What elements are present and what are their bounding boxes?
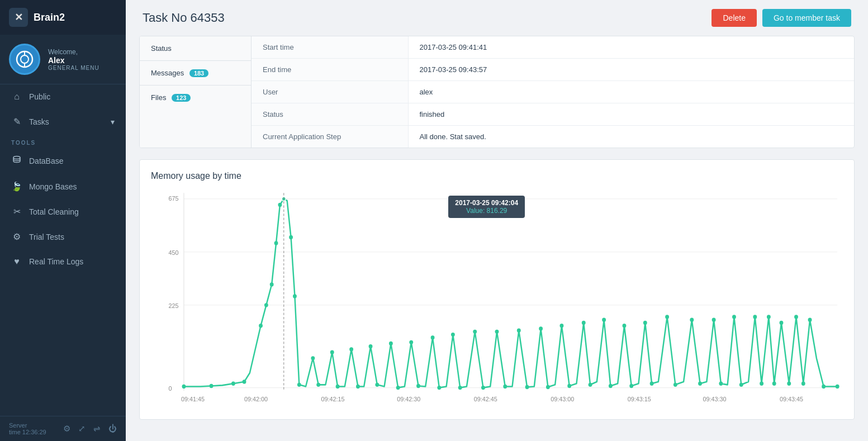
svg-text:09:42:30: 09:42:30	[397, 396, 420, 402]
svg-point-1	[21, 55, 29, 63]
svg-point-82	[780, 321, 784, 325]
svg-text:09:43:15: 09:43:15	[628, 396, 651, 402]
svg-point-43	[375, 383, 379, 387]
sidebar-item-logs[interactable]: ♥ Real Time Logs	[0, 249, 126, 274]
svg-point-40	[349, 347, 353, 351]
val-start-time: 2017-03-25 09:41:41	[408, 36, 854, 59]
app-logo[interactable]: ✕	[9, 8, 28, 27]
svg-text:09:43:30: 09:43:30	[703, 396, 726, 402]
svg-point-74	[712, 318, 716, 322]
svg-point-47	[416, 384, 420, 388]
svg-point-77	[739, 383, 743, 387]
val-end-time: 2017-03-25 09:43:57	[408, 59, 854, 81]
svg-point-36	[311, 356, 315, 360]
page-title: Task No 64353	[143, 11, 225, 25]
svg-point-75	[719, 382, 723, 386]
status-nav-item[interactable]: Status	[140, 36, 251, 61]
svg-point-31	[278, 203, 282, 207]
svg-point-58	[539, 326, 543, 330]
sidebar-item-label: Public	[29, 92, 50, 101]
delete-button[interactable]: Delete	[712, 9, 756, 27]
sidebar-item-cleaning[interactable]: ✂ Total Cleaning	[0, 199, 126, 224]
footer-icons: ⚙ ⤢ ⇌ ⏻	[63, 424, 117, 434]
svg-point-56	[517, 329, 521, 333]
app-title: Brain2	[34, 12, 65, 23]
svg-point-67	[629, 384, 633, 388]
svg-point-42	[369, 344, 373, 348]
server-time-text: Server time 12:36:29	[9, 422, 63, 435]
svg-point-73	[698, 382, 702, 386]
profile-section: Welcome, Alex GENERAL MENU	[0, 35, 126, 84]
table-row: Start time 2017-03-25 09:41:41	[252, 36, 854, 59]
svg-point-24	[210, 384, 214, 388]
power-icon[interactable]: ⏻	[108, 424, 117, 434]
mongo-icon: 🍃	[11, 181, 22, 192]
svg-point-38	[330, 350, 334, 354]
messages-badge: 183	[189, 69, 208, 77]
svg-text:09:42:00: 09:42:00	[244, 396, 268, 402]
svg-point-64	[602, 318, 606, 322]
files-nav-item[interactable]: Files 123	[140, 86, 251, 110]
sidebar-item-trial[interactable]: ⚙ Trial Tests	[0, 224, 126, 249]
svg-point-66	[623, 324, 627, 328]
settings-icon[interactable]: ⚙	[63, 424, 70, 434]
svg-point-86	[808, 318, 812, 322]
table-row: End time 2017-03-25 09:43:57	[252, 59, 854, 81]
chart-title: Memory usage by time	[151, 171, 843, 181]
svg-point-28	[264, 303, 268, 307]
svg-point-49	[437, 386, 441, 390]
logs-icon: ♥	[11, 257, 22, 267]
sidebar: ✕ Brain2 Welcome, Alex GENERAL MENU ⌂ Pu…	[0, 0, 126, 441]
svg-point-41	[356, 385, 360, 388]
svg-point-60	[560, 324, 564, 328]
svg-point-65	[609, 384, 613, 388]
svg-text:675: 675	[168, 195, 178, 202]
svg-point-61	[567, 384, 571, 388]
messages-nav-item[interactable]: Messages 183	[140, 61, 251, 86]
member-task-button[interactable]: Go to member task	[762, 9, 851, 27]
database-icon	[11, 155, 22, 167]
svg-point-52	[473, 330, 477, 334]
sidebar-item-database[interactable]: DataBase	[0, 148, 126, 174]
top-buttons: Delete Go to member task	[712, 9, 851, 27]
svg-point-59	[546, 385, 550, 389]
svg-point-44	[389, 342, 393, 345]
swap-icon[interactable]: ⇌	[93, 424, 101, 434]
svg-text:09:43:00: 09:43:00	[551, 396, 574, 402]
val-app-step: All done. Stat saved.	[408, 126, 854, 148]
chevron-icon: ▾	[111, 117, 115, 126]
sidebar-header: ✕ Brain2	[0, 0, 126, 35]
svg-point-76	[732, 315, 736, 319]
sidebar-item-mongo[interactable]: 🍃 Mongo Bases	[0, 174, 126, 199]
key-end-time: End time	[252, 59, 408, 81]
svg-point-45	[396, 386, 400, 390]
val-user: alex	[408, 81, 854, 103]
welcome-label: Welcome,	[48, 48, 99, 56]
info-card: Status Messages 183 Files 123 Start time…	[139, 36, 855, 148]
svg-point-72	[690, 318, 694, 322]
role-label: GENERAL MENU	[48, 65, 99, 71]
info-left-panel: Status Messages 183 Files 123	[140, 36, 252, 148]
profile-text: Welcome, Alex GENERAL MENU	[48, 48, 99, 71]
expand-icon[interactable]: ⤢	[78, 424, 86, 434]
table-row: Current Application Step All done. Stat …	[252, 126, 854, 148]
sidebar-item-public[interactable]: ⌂ Public	[0, 84, 126, 109]
svg-point-33	[289, 235, 293, 239]
svg-text:450: 450	[168, 249, 178, 256]
svg-point-23	[182, 385, 186, 388]
svg-point-51	[458, 386, 462, 390]
key-user: User	[252, 81, 408, 103]
table-row: Status finished	[252, 103, 854, 126]
key-start-time: Start time	[252, 36, 408, 59]
svg-point-35	[297, 383, 301, 387]
sidebar-item-tasks[interactable]: ✎ Tasks ▾	[0, 109, 126, 134]
svg-point-85	[801, 382, 805, 386]
svg-point-70	[665, 315, 669, 319]
svg-point-55	[503, 385, 507, 388]
svg-point-79	[760, 382, 763, 386]
svg-point-50	[451, 333, 455, 336]
svg-point-78	[753, 315, 757, 319]
svg-point-27	[259, 324, 263, 328]
svg-point-62	[582, 321, 586, 325]
tools-section-label: TOOLS	[0, 134, 126, 148]
